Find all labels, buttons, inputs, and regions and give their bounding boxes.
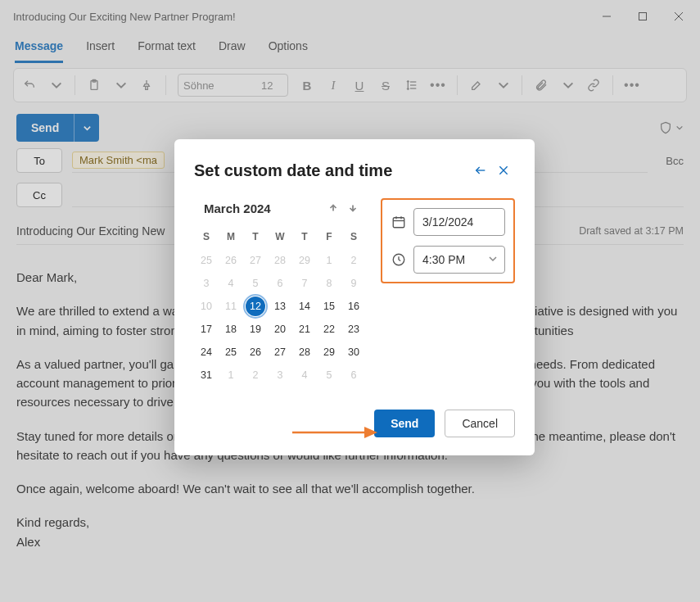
modal-cancel-button[interactable]: Cancel bbox=[445, 410, 515, 437]
send-label: Send bbox=[31, 121, 59, 134]
format-painter-icon[interactable] bbox=[139, 78, 154, 93]
calendar-day: 4 bbox=[292, 364, 317, 387]
dow-header: S bbox=[194, 228, 219, 249]
calendar-day[interactable]: 25 bbox=[219, 341, 243, 364]
send-button[interactable]: Send bbox=[16, 114, 75, 142]
clock-icon bbox=[391, 251, 407, 268]
font-name-input[interactable] bbox=[178, 75, 256, 96]
separator bbox=[75, 75, 75, 95]
attach-icon[interactable] bbox=[534, 78, 549, 93]
calendar-day[interactable]: 20 bbox=[268, 318, 292, 341]
bold-icon[interactable]: B bbox=[300, 78, 314, 93]
calendar-day: 4 bbox=[219, 272, 243, 295]
close-button[interactable] bbox=[661, 2, 697, 31]
calendar-day[interactable]: 16 bbox=[341, 295, 366, 318]
calendar-day[interactable]: 26 bbox=[243, 341, 268, 364]
undo-icon[interactable] bbox=[22, 78, 37, 93]
tab-insert[interactable]: Insert bbox=[86, 33, 115, 63]
calendar-day[interactable]: 17 bbox=[194, 318, 219, 341]
bcc-link[interactable]: Bcc bbox=[666, 155, 684, 167]
overflow-icon[interactable]: ••• bbox=[625, 78, 639, 93]
calendar-day: 1 bbox=[317, 249, 341, 272]
tab-draw[interactable]: Draw bbox=[219, 33, 246, 63]
draft-saved-label: Draft saved at 3:17 PM bbox=[579, 225, 684, 237]
calendar-day[interactable]: 22 bbox=[317, 318, 341, 341]
calendar-month-label[interactable]: March 2024 bbox=[197, 201, 323, 215]
calendar-day: 2 bbox=[341, 249, 366, 272]
italic-icon[interactable]: I bbox=[326, 78, 341, 93]
modal-title: Set custom date and time bbox=[194, 161, 469, 180]
calendar-day[interactable]: 31 bbox=[194, 364, 219, 387]
calendar-day[interactable]: 28 bbox=[292, 341, 317, 364]
tab-bar: MessageInsertFormat textDrawOptions bbox=[0, 33, 700, 63]
calendar-day[interactable]: 27 bbox=[268, 341, 292, 364]
minimize-button[interactable] bbox=[589, 2, 625, 31]
calendar-day[interactable]: 14 bbox=[292, 295, 317, 318]
paste-icon[interactable] bbox=[87, 78, 102, 93]
calendar-day[interactable]: 29 bbox=[317, 341, 341, 364]
chevron-down-icon[interactable] bbox=[562, 79, 575, 92]
ribbon: B I U S ••• ••• bbox=[13, 68, 687, 102]
calendar-day[interactable]: 15 bbox=[317, 295, 341, 318]
line-spacing-icon[interactable] bbox=[404, 78, 419, 93]
recipient-chip[interactable]: Mark Smith <ma bbox=[72, 152, 165, 169]
calendar-icon bbox=[391, 214, 407, 230]
chevron-down-icon[interactable] bbox=[115, 79, 128, 92]
cc-button[interactable]: Cc bbox=[16, 183, 62, 207]
calendar-day[interactable]: 30 bbox=[341, 341, 366, 364]
tab-format-text[interactable]: Format text bbox=[138, 33, 196, 63]
time-input[interactable]: 4:30 PM bbox=[413, 246, 505, 274]
send-options-dropdown[interactable] bbox=[75, 114, 99, 142]
calendar-day: 2 bbox=[243, 364, 268, 387]
dow-header: T bbox=[292, 228, 317, 249]
link-icon[interactable] bbox=[586, 78, 601, 93]
calendar-day[interactable]: 21 bbox=[292, 318, 317, 341]
dow-header: F bbox=[317, 228, 341, 249]
dow-header: T bbox=[243, 228, 268, 249]
calendar-day[interactable]: 23 bbox=[341, 318, 366, 341]
calendar-day: 26 bbox=[219, 249, 243, 272]
chevron-down-icon bbox=[488, 253, 498, 266]
modal-send-button[interactable]: Send bbox=[374, 410, 435, 437]
tab-message[interactable]: Message bbox=[15, 33, 63, 63]
modal-cancel-label: Cancel bbox=[462, 417, 498, 430]
chevron-down-icon[interactable] bbox=[497, 79, 510, 92]
calendar: March 2024 SMTWTFS2526272829123456789101… bbox=[194, 198, 366, 387]
back-button[interactable] bbox=[469, 159, 492, 182]
styles-icon[interactable] bbox=[469, 78, 484, 93]
more-formatting-icon[interactable]: ••• bbox=[431, 78, 445, 93]
separator bbox=[457, 75, 458, 95]
separator bbox=[522, 75, 522, 95]
calendar-day: 7 bbox=[292, 272, 317, 295]
tab-options[interactable]: Options bbox=[269, 33, 308, 63]
sensitivity-button[interactable] bbox=[659, 121, 684, 134]
send-split-button[interactable]: Send bbox=[16, 114, 99, 142]
dow-header: S bbox=[341, 228, 366, 249]
underline-icon[interactable]: U bbox=[352, 78, 367, 93]
calendar-day[interactable]: 13 bbox=[268, 295, 292, 318]
next-month-button[interactable] bbox=[343, 198, 363, 218]
modal-send-label: Send bbox=[391, 417, 418, 430]
modal-close-button[interactable] bbox=[492, 159, 515, 182]
body-signoff: Kind regards, Alex bbox=[16, 513, 684, 551]
to-button[interactable]: To bbox=[16, 148, 62, 173]
calendar-day[interactable]: 18 bbox=[219, 318, 243, 341]
separator bbox=[165, 75, 166, 95]
calendar-day: 1 bbox=[219, 364, 243, 387]
strikethrough-icon[interactable]: S bbox=[378, 78, 393, 93]
window-title: Introducing Our Exciting New Partner Pro… bbox=[13, 11, 589, 23]
font-selector[interactable] bbox=[178, 74, 288, 97]
font-size-input[interactable] bbox=[256, 75, 287, 96]
calendar-day: 5 bbox=[317, 364, 341, 387]
date-input[interactable]: 3/12/2024 bbox=[413, 208, 505, 236]
calendar-day[interactable]: 12 bbox=[243, 295, 268, 318]
calendar-day: 29 bbox=[292, 249, 317, 272]
calendar-day[interactable]: 24 bbox=[194, 341, 219, 364]
prev-month-button[interactable] bbox=[323, 198, 343, 218]
maximize-button[interactable] bbox=[625, 2, 661, 31]
dow-header: M bbox=[219, 228, 243, 249]
calendar-day[interactable]: 19 bbox=[243, 318, 268, 341]
calendar-day: 10 bbox=[194, 295, 219, 318]
calendar-day: 11 bbox=[219, 295, 243, 318]
chevron-down-icon[interactable] bbox=[50, 79, 63, 92]
